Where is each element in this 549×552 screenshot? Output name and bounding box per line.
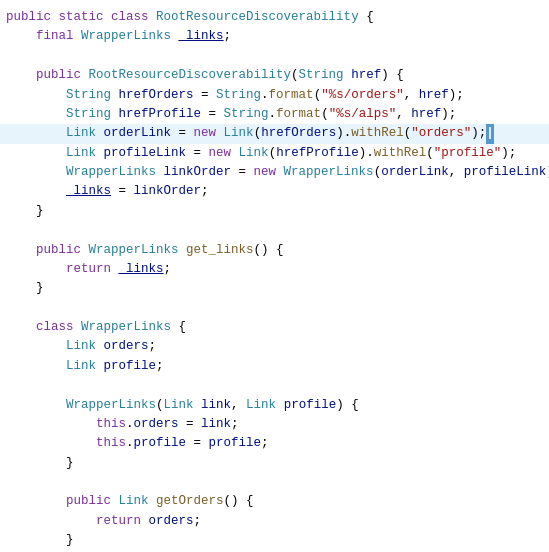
code-line: [0, 473, 549, 492]
code-line: public Link getOrders() {: [0, 492, 549, 511]
code-line: [0, 221, 549, 240]
code-line: }: [0, 454, 549, 473]
code-line: String hrefOrders = String.format("%s/or…: [0, 86, 549, 105]
code-line: Link profile;: [0, 357, 549, 376]
code-line: _links = linkOrder;: [0, 182, 549, 201]
code-line: final WrapperLinks _links;: [0, 27, 549, 46]
code-line: }: [0, 531, 549, 550]
code-line: [0, 376, 549, 395]
code-line: Link orderLink = new Link(hrefOrders).wi…: [0, 124, 549, 143]
code-line: WrapperLinks(Link link, Link profile) {: [0, 396, 549, 415]
code-line: }: [0, 279, 549, 298]
code-line: WrapperLinks linkOrder = new WrapperLink…: [0, 163, 549, 182]
code-line: public static class RootResourceDiscover…: [0, 8, 549, 27]
code-line: return orders;: [0, 512, 549, 531]
code-line: Link orders;: [0, 337, 549, 356]
code-line: this.profile = profile;: [0, 434, 549, 453]
code-line: public RootResourceDiscoverability(Strin…: [0, 66, 549, 85]
code-line: [0, 47, 549, 66]
code-line: }: [0, 202, 549, 221]
code-line: return _links;: [0, 260, 549, 279]
code-line: [0, 299, 549, 318]
code-line: Link profileLink = new Link(hrefProfile)…: [0, 144, 549, 163]
code-editor: public static class RootResourceDiscover…: [0, 0, 549, 552]
code-line: String hrefProfile = String.format("%s/a…: [0, 105, 549, 124]
code-line: this.orders = link;: [0, 415, 549, 434]
code-line: public WrapperLinks get_links() {: [0, 241, 549, 260]
code-line: class WrapperLinks {: [0, 318, 549, 337]
